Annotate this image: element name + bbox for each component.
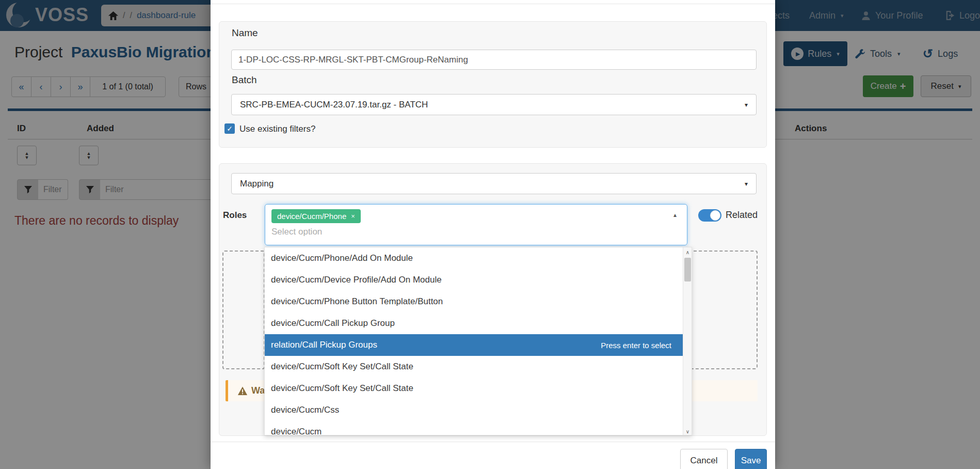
dropdown-option[interactable]: device/Cucm/Phone Button Template/Button: [265, 291, 684, 312]
drop-zone-right: [681, 251, 758, 369]
name-label: Name: [232, 27, 258, 39]
related-label: Related: [726, 210, 758, 221]
cancel-button[interactable]: Cancel: [680, 449, 728, 469]
save-button[interactable]: Save: [735, 449, 767, 469]
batch-label: Batch: [232, 74, 257, 86]
drop-zone-left: [222, 251, 265, 369]
scroll-up-icon[interactable]: ∧: [683, 247, 692, 257]
batch-select[interactable]: SRC-PB-EMEA-CUCM-23.07.19.tar.gz - BATCH…: [231, 94, 757, 115]
dropdown-scrollbar[interactable]: ∧ ∨: [683, 247, 692, 435]
name-input[interactable]: [231, 50, 757, 70]
dropdown-option[interactable]: device/Cucm/Device Profile/Add On Module: [265, 269, 684, 291]
scroll-down-icon[interactable]: ∨: [683, 427, 692, 435]
chevron-down-icon: ▾: [745, 101, 748, 108]
dropdown-option[interactable]: relation/Call Pickup GroupsPress enter t…: [265, 334, 684, 356]
dropdown-option[interactable]: device/Cucm/Soft Key Set/Call State: [265, 378, 684, 399]
selected-role-tag: device/Cucm/Phone ×: [271, 209, 361, 223]
chevron-up-icon: ▴: [673, 211, 677, 218]
remove-tag-icon[interactable]: ×: [351, 212, 355, 220]
use-existing-filters-label: Use existing filters?: [239, 124, 315, 134]
related-toggle[interactable]: [698, 209, 721, 222]
mapping-select[interactable]: Mapping ▾: [231, 173, 757, 194]
warning-text: Wa: [251, 385, 265, 396]
dropdown-option[interactable]: device/Cucm/Soft Key Set/Call State: [265, 356, 684, 378]
press-enter-hint: Press enter to select: [601, 341, 671, 350]
screen: VOSS / / dashboard-rule Projects Admin ▾…: [0, 0, 980, 469]
dropdown-option[interactable]: device/Cucm/Css: [265, 399, 684, 421]
dropdown-option[interactable]: device/Cucm/Phone/Add On Module: [265, 247, 684, 269]
roles-label: Roles: [223, 210, 247, 221]
dropdown-option[interactable]: device/Cucm/Call Pickup Group: [265, 312, 684, 334]
modal-footer-divider: [211, 442, 775, 442]
check-icon: ✓: [227, 124, 233, 133]
edit-rule-modal: Name Batch SRC-PB-EMEA-CUCM-23.07.19.tar…: [211, 0, 775, 469]
scrollbar-thumb[interactable]: [684, 258, 691, 282]
use-existing-filters-checkbox[interactable]: ✓: [224, 123, 235, 134]
chevron-down-icon: ▾: [745, 180, 748, 187]
modal-header-edge: [211, 0, 775, 4]
roles-dropdown-options: device/Cucm/Phone/Add On Moduledevice/Cu…: [265, 247, 684, 435]
roles-select-placeholder: Select option: [271, 227, 322, 237]
dropdown-option[interactable]: device/Cucm: [265, 421, 684, 435]
warning-icon: [237, 386, 248, 396]
roles-dropdown: device/Cucm/Phone/Add On Moduledevice/Cu…: [264, 247, 692, 435]
toggle-knob: [710, 210, 720, 221]
